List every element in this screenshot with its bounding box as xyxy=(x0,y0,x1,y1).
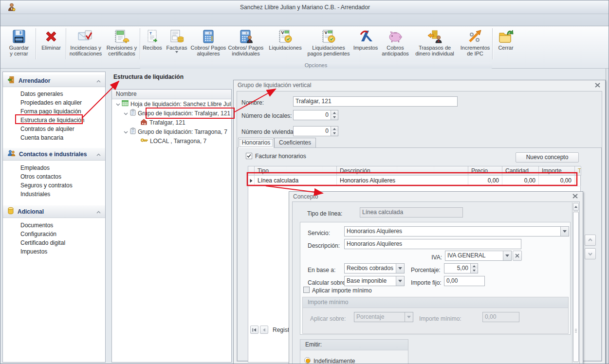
facturar-checkbox-label[interactable]: Facturar honorarios xyxy=(255,153,306,160)
chevron-down-icon[interactable] xyxy=(124,110,128,117)
previous-record-button[interactable] xyxy=(260,326,268,334)
cell-tipo[interactable]: Línea calculada xyxy=(255,176,337,186)
iva-label: IVA: xyxy=(410,254,442,261)
close-button[interactable]: Cerrar xyxy=(494,27,517,61)
invoices-button[interactable]: Facturas xyxy=(164,27,189,61)
sidebar-item-propiedades[interactable]: Propiedades en alquiler xyxy=(3,98,105,107)
dialog-close-icon[interactable] xyxy=(572,193,578,200)
scroll-up-button[interactable] xyxy=(573,203,579,211)
tree-row-label: Grupo de liquidación: Tarragona, 7 xyxy=(138,128,227,135)
locales-stepper[interactable]: 0 xyxy=(293,110,338,120)
advance-payments-button[interactable]: Cobros anticipados xyxy=(380,27,410,61)
emitir-indefinidamente-radio[interactable] xyxy=(304,357,311,364)
grid-header-precio[interactable]: Precio xyxy=(468,166,502,176)
vertical-scrollbar[interactable] xyxy=(572,202,579,363)
grid-header-importe[interactable]: Importe xyxy=(539,166,575,176)
liquidations-button[interactable]: V Liquidaciones xyxy=(265,27,305,61)
tree-row-hoja[interactable]: Hoja de liquidación: Sanchez Llibre Juli… xyxy=(112,99,231,109)
individual-payments-button[interactable]: 0 Cobros/ Pagos individuales xyxy=(227,27,264,61)
money-transfer-button[interactable]: Traspasos de dinero individual xyxy=(411,27,458,61)
pending-liquidations-button[interactable]: V Liquidaciones pagos pendientes xyxy=(306,27,351,61)
chevron-up-icon xyxy=(96,77,101,84)
sidebar-item-cuenta-bancaria[interactable]: Cuenta bancaria xyxy=(3,133,105,142)
dialog-close-icon[interactable] xyxy=(595,82,600,89)
sidebar-item-otros-contactos[interactable]: Otros contactos xyxy=(3,172,105,181)
move-up-button[interactable] xyxy=(585,235,596,246)
tab-coeficientes[interactable]: Coeficientes xyxy=(274,138,316,148)
chevron-down-icon[interactable] xyxy=(116,101,120,108)
tree-row-local-tarragona[interactable]: LOCAL , Tarragona, 7 xyxy=(112,136,231,146)
sidebar-item-certificado[interactable]: Certificado digital xyxy=(3,238,105,247)
spinner-buttons[interactable] xyxy=(331,110,338,120)
dropdown-button[interactable] xyxy=(560,227,569,236)
sidebar-item-contratos[interactable]: Contratos de alquiler xyxy=(3,125,105,133)
new-concept-button[interactable]: Nuevo concepto xyxy=(516,152,579,163)
first-record-button[interactable] xyxy=(250,326,258,334)
move-down-button[interactable] xyxy=(585,248,596,259)
check-icon xyxy=(246,153,252,159)
people-icon xyxy=(7,149,16,159)
porcentaje-value: 5,00 xyxy=(444,264,470,273)
calculator-person-icon: 0 xyxy=(227,27,264,45)
cell-descripcion[interactable]: Honorarios Alquileres xyxy=(337,176,468,186)
sidebar-item-configuracion[interactable]: Configuración xyxy=(3,230,105,238)
chevron-down-icon[interactable] xyxy=(124,128,128,135)
receipts-button[interactable]: T Recibos xyxy=(142,27,163,61)
dropdown-button[interactable] xyxy=(503,251,511,260)
button-label: Liquidaciones pagos pendientes xyxy=(306,45,351,56)
tab-honorarios[interactable]: Honorarios xyxy=(238,138,274,148)
delete-button[interactable]: Eliminar xyxy=(37,27,65,61)
tree-row-grupo-tarragona[interactable]: Grupo de liquidación: Tarragona, 7 xyxy=(112,127,231,136)
importe-fijo-input[interactable]: 0,00 xyxy=(444,276,485,286)
emitir-group-title: Emitir: xyxy=(300,340,408,350)
grid-header-clipped[interactable]: T xyxy=(575,166,581,176)
group-clipboard-icon xyxy=(129,127,136,136)
sidebar-item-seguros[interactable]: Seguros y contratos xyxy=(3,181,105,190)
revisions-certificates-button[interactable]: Revisiones y certificados xyxy=(105,27,139,61)
ipc-increase-button[interactable]: Incrementos de IPC xyxy=(459,27,491,61)
emitir-indefinidamente-label[interactable]: Indefinidamente xyxy=(314,358,355,364)
tree-column-header[interactable]: Nombre xyxy=(112,90,231,99)
facturar-checkbox[interactable] xyxy=(246,153,252,159)
sidebar-item-estructura-liquidacion[interactable]: Estructura de liquidación xyxy=(3,116,105,125)
dropdown-button[interactable] xyxy=(396,264,404,273)
sidebar-item-industriales[interactable]: Industriales xyxy=(3,190,105,199)
descripcion-input[interactable]: Honorarios Alquileres xyxy=(344,239,521,249)
grid-header-cantidad[interactable]: Cantidad xyxy=(502,166,539,176)
cell-clipped[interactable]: I xyxy=(575,176,581,186)
save-close-button[interactable]: Guardar y cerrar xyxy=(4,27,34,61)
taxes-button[interactable]: Impuestos xyxy=(352,27,379,61)
iva-combo[interactable]: IVA GENERAL xyxy=(445,251,512,261)
iva-clear-button[interactable] xyxy=(513,251,522,261)
dropdown-button[interactable] xyxy=(396,276,404,286)
aplicar-minimo-checkbox[interactable] xyxy=(303,287,310,293)
incidents-notifications-button[interactable]: Incidencias y notificaciones xyxy=(68,27,104,61)
sidebar-item-forma-pago[interactable]: Forma pago liquidación xyxy=(3,107,105,116)
sidebar-item-datos-generales[interactable]: Datos generales xyxy=(3,90,105,98)
spinner-buttons[interactable] xyxy=(470,264,478,273)
grid-header-tipo[interactable]: Tipo xyxy=(255,166,337,176)
sidebar-group-contactos[interactable]: Contactos e industriales xyxy=(3,147,105,161)
calcular-sobre-combo[interactable]: Base imponible xyxy=(344,276,405,286)
sidebar-item-impuestos[interactable]: Impuestos xyxy=(3,247,105,256)
cell-cantidad[interactable]: 0,00 xyxy=(502,176,539,186)
nombre-input[interactable]: Trafalgar, 121 xyxy=(293,96,458,107)
cell-precio[interactable]: 0,00 xyxy=(468,176,502,186)
grid-header-descripcion[interactable]: Descripción xyxy=(337,166,468,176)
cell-importe[interactable]: 0,00 xyxy=(539,176,575,186)
en-base-combo[interactable]: Recibos cobrados xyxy=(344,263,405,273)
spinner-buttons[interactable] xyxy=(331,127,338,136)
dialog-body: Tipo de línea: Línea calculada Servicio:… xyxy=(292,201,580,364)
rent-payments-button[interactable]: 0 Cobros/ Pagos alquileres xyxy=(190,27,226,61)
porcentaje-stepper[interactable]: 5,00 xyxy=(444,263,478,273)
sidebar-group-arrendador[interactable]: Arrendador xyxy=(3,74,105,87)
sidebar-item-documentos[interactable]: Documentos xyxy=(3,221,105,230)
tree-row-grupo-trafalgar[interactable]: Grupo de liquidación: Trafalgar, 121 xyxy=(112,109,231,118)
servicio-combo[interactable]: Honorarios Alquileres xyxy=(344,226,569,237)
sidebar-item-empleados[interactable]: Empleados xyxy=(3,164,105,172)
tree-row-trafalgar[interactable]: Trafalgar, 121 xyxy=(112,118,231,127)
aplicar-minimo-label[interactable]: Aplicar importe mínimo xyxy=(312,287,372,294)
sidebar-group-adicional[interactable]: Adicional xyxy=(3,205,105,218)
scrollbar-thumb[interactable] xyxy=(573,212,579,362)
viviendas-stepper[interactable]: 0 xyxy=(293,126,338,136)
